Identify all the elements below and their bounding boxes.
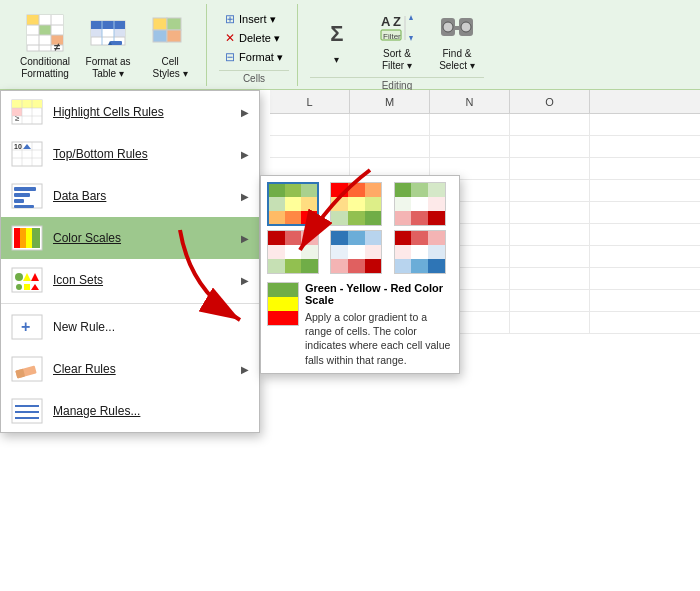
- menu-item-clear-rules[interactable]: Clear Rules ▶: [1, 348, 259, 390]
- delete-button[interactable]: ✕ Delete ▾: [219, 29, 289, 47]
- svg-text:10: 10: [14, 143, 22, 150]
- svg-marker-34: [409, 36, 413, 41]
- menu-item-top-bottom[interactable]: 10 Top/Bottom Rules ▶: [1, 133, 259, 175]
- highlight-cells-arrow: ▶: [241, 107, 249, 118]
- color-scale-bwr[interactable]: [330, 230, 382, 274]
- menu-divider-1: [1, 303, 259, 304]
- find-select-icon: [436, 10, 478, 46]
- color-scales-icon: [11, 224, 43, 252]
- icon-sets-label: Icon Sets: [53, 273, 231, 287]
- insert-icon: ⊞: [225, 12, 235, 26]
- clear-rules-arrow: ▶: [241, 364, 249, 375]
- color-scale-gwr[interactable]: [394, 182, 446, 226]
- color-scale-rwg[interactable]: [267, 230, 319, 274]
- svg-rect-44: [22, 100, 32, 108]
- svg-marker-33: [409, 15, 413, 20]
- autosum-button[interactable]: Σ ▾: [310, 6, 364, 76]
- svg-rect-3: [51, 15, 63, 25]
- svg-rect-62: [14, 199, 24, 203]
- data-bars-label: Data Bars: [53, 189, 231, 203]
- svg-text:A: A: [381, 14, 391, 29]
- svg-rect-7: [27, 35, 39, 45]
- icon-sets-arrow: ▶: [241, 275, 249, 286]
- color-scales-label: Color Scales: [53, 231, 231, 245]
- new-rule-icon: +: [11, 313, 43, 341]
- svg-point-41: [461, 22, 471, 32]
- data-bars-icon: [11, 182, 43, 210]
- color-scale-gyr[interactable]: [267, 182, 319, 226]
- editing-section-label: Editing: [310, 77, 484, 91]
- cell-styles-button[interactable]: CellStyles ▾: [140, 8, 200, 84]
- color-scales-arrow: ▶: [241, 233, 249, 244]
- data-bars-arrow: ▶: [241, 191, 249, 202]
- menu-item-icon-sets[interactable]: Icon Sets ▶: [1, 259, 259, 301]
- column-headers: L M N O: [270, 90, 700, 114]
- svg-text:≥: ≥: [15, 114, 20, 123]
- new-rule-label: New Rule...: [53, 320, 249, 334]
- conditional-formatting-button[interactable]: ≠ Conditional Formatting: [14, 8, 76, 84]
- format-label: Format ▾: [239, 51, 283, 64]
- conditional-formatting-dropdown: ≥ Highlight Cells Rules ▶ 10 Top/Bottom …: [0, 90, 260, 433]
- svg-rect-60: [14, 187, 36, 191]
- col-header-M: M: [350, 90, 430, 113]
- ribbon: ≠ Conditional Formatting: [0, 0, 700, 90]
- manage-rules-label: Manage Rules...: [53, 404, 249, 418]
- svg-rect-20: [114, 29, 125, 37]
- manage-rules-icon: [11, 397, 43, 425]
- color-scale-ryg[interactable]: [330, 182, 382, 226]
- format-button[interactable]: ⊟ Format ▾: [219, 48, 289, 66]
- insert-button[interactable]: ⊞ Insert ▾: [219, 10, 289, 28]
- svg-rect-24: [110, 41, 122, 45]
- col-header-O: O: [510, 90, 590, 113]
- svg-text:+: +: [21, 318, 30, 335]
- svg-rect-61: [14, 193, 30, 197]
- menu-item-highlight-cells[interactable]: ≥ Highlight Cells Rules ▶: [1, 91, 259, 133]
- tooltip-preview-row: Green - Yellow - Red Color Scale Apply a…: [267, 278, 453, 367]
- table-row: [270, 136, 700, 158]
- svg-rect-28: [153, 30, 167, 42]
- delete-label: Delete ▾: [239, 32, 280, 45]
- autosum-icon: Σ: [316, 16, 358, 52]
- color-scales-grid: [267, 182, 453, 274]
- tooltip-title: Green - Yellow - Red Color Scale: [305, 282, 453, 306]
- top-bottom-arrow: ▶: [241, 149, 249, 160]
- format-as-table-icon: [87, 12, 129, 54]
- svg-rect-65: [14, 228, 20, 248]
- svg-text:Filter: Filter: [383, 32, 401, 41]
- sort-filter-button[interactable]: A Z Filter Sort &Filter ▾: [370, 6, 424, 76]
- conditional-formatting-icon: ≠: [24, 12, 66, 54]
- svg-rect-43: [12, 100, 22, 108]
- svg-rect-5: [39, 25, 51, 35]
- find-select-button[interactable]: Find &Select ▾: [430, 6, 484, 76]
- svg-rect-63: [14, 205, 34, 208]
- format-as-table-label: Format asTable ▾: [86, 56, 131, 80]
- cells-section-label: Cells: [219, 70, 289, 84]
- delete-icon: ✕: [225, 31, 235, 45]
- svg-text:Z: Z: [393, 14, 401, 29]
- icon-sets-icon: [11, 266, 43, 294]
- insert-label: Insert ▾: [239, 13, 276, 26]
- clear-rules-icon: [11, 355, 43, 383]
- color-scale-rwb[interactable]: [394, 230, 446, 274]
- tooltip-preview-icon: [267, 282, 299, 326]
- svg-text:≠: ≠: [54, 41, 60, 53]
- menu-item-data-bars[interactable]: Data Bars ▶: [1, 175, 259, 217]
- highlight-cells-icon: ≥: [11, 98, 43, 126]
- svg-rect-27: [167, 18, 181, 30]
- svg-rect-4: [27, 25, 39, 35]
- sort-filter-label: Sort &Filter ▾: [382, 48, 412, 72]
- menu-item-new-rule[interactable]: + New Rule...: [1, 306, 259, 348]
- svg-rect-74: [24, 284, 30, 290]
- svg-rect-66: [20, 228, 26, 248]
- col-header-L: L: [270, 90, 350, 113]
- menu-item-color-scales[interactable]: Color Scales ▶: [1, 217, 259, 259]
- autosum-label: ▾: [334, 54, 339, 66]
- conditional-formatting-label: Conditional Formatting: [20, 56, 70, 80]
- tooltip-description: Apply a color gradient to a range of cel…: [305, 310, 453, 367]
- svg-rect-6: [51, 25, 63, 35]
- menu-item-manage-rules[interactable]: Manage Rules...: [1, 390, 259, 432]
- tooltip-content: Green - Yellow - Red Color Scale Apply a…: [305, 282, 453, 367]
- cell-styles-icon: [149, 12, 191, 54]
- format-as-table-button[interactable]: Format asTable ▾: [78, 8, 138, 84]
- svg-rect-26: [153, 18, 167, 30]
